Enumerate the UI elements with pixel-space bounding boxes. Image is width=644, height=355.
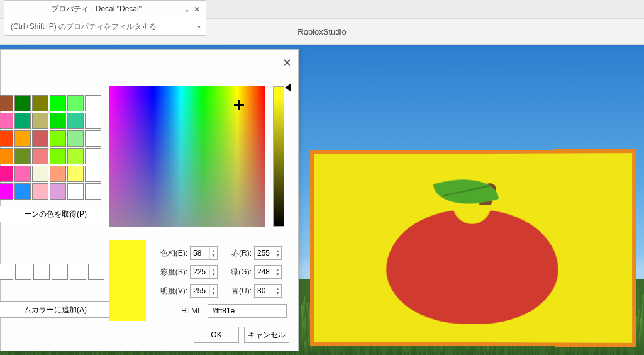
custom-swatch-slot[interactable]: [33, 264, 50, 280]
billboard-part[interactable]: [310, 149, 636, 347]
swatch[interactable]: [32, 166, 48, 182]
color-picker-dialog: ✕ ーンの色を取得(P) ムカラーに追加(A) 色相(E): ▲▼ 赤(R): …: [0, 49, 299, 351]
swatch[interactable]: [85, 113, 101, 129]
swatch[interactable]: [14, 113, 31, 129]
sv-cursor-icon: [234, 100, 244, 110]
swatch[interactable]: [50, 130, 66, 147]
custom-swatch-slot[interactable]: [52, 264, 68, 280]
custom-swatch-slot[interactable]: [70, 264, 86, 280]
hue-stepper[interactable]: ▲▼: [190, 246, 218, 260]
apple-decal: [386, 181, 558, 315]
swatch[interactable]: [32, 95, 48, 111]
swatch[interactable]: [32, 113, 48, 129]
swatch[interactable]: [50, 183, 66, 200]
swatch[interactable]: [14, 95, 31, 111]
close-icon[interactable]: ✕: [282, 56, 292, 70]
swatch[interactable]: [0, 130, 13, 147]
sat-stepper[interactable]: ▲▼: [190, 265, 218, 279]
blue-input[interactable]: [255, 286, 274, 295]
stepper-arrows-icon[interactable]: ▲▼: [274, 266, 281, 278]
app-title: RobloxStudio: [297, 27, 346, 37]
swatch[interactable]: [50, 166, 66, 182]
red-label: 赤(R):: [224, 248, 252, 259]
swatch[interactable]: [0, 113, 13, 129]
pick-screen-color-button[interactable]: ーンの色を取得(P): [0, 206, 114, 222]
blue-label: 青(U):: [224, 286, 252, 296]
swatch[interactable]: [14, 183, 31, 200]
hue-label: 色相(E):: [155, 248, 187, 259]
stepper-arrows-icon[interactable]: ▲▼: [274, 247, 281, 259]
swatch[interactable]: [14, 130, 31, 147]
swatch[interactable]: [50, 113, 66, 129]
swatch[interactable]: [67, 148, 84, 164]
dialog-button-row: OK キャンセル: [194, 327, 289, 343]
chevron-down-icon[interactable]: ▾: [197, 23, 201, 30]
html-label: HTML:: [155, 307, 204, 315]
swatch[interactable]: [67, 95, 84, 111]
ok-button[interactable]: OK: [194, 327, 239, 343]
stepper-arrows-icon[interactable]: ▲▼: [209, 285, 217, 297]
green-label: 緑(G):: [224, 267, 252, 278]
val-label: 明度(V):: [155, 286, 187, 296]
swatch[interactable]: [0, 183, 13, 200]
properties-filter-placeholder: (Ctrl+Shift+P) のプロパティをフィルタする: [11, 21, 157, 32]
green-stepper[interactable]: ▲▼: [254, 265, 282, 279]
add-custom-color-button[interactable]: ムカラーに追加(A): [0, 301, 114, 318]
swatch[interactable]: [85, 166, 101, 182]
chevron-down-icon[interactable]: ⌄: [182, 5, 192, 14]
swatch[interactable]: [67, 166, 84, 182]
swatch[interactable]: [14, 148, 31, 164]
swatch[interactable]: [67, 183, 84, 200]
apple-body: [386, 210, 558, 324]
color-preview-swatch: [109, 240, 146, 321]
properties-tab-title: プロパティ - Decal "Decal": [11, 4, 182, 14]
swatch[interactable]: [67, 113, 84, 129]
stepper-arrows-icon[interactable]: ▲▼: [209, 247, 217, 259]
swatch[interactable]: [14, 166, 31, 182]
hue-saturation-field[interactable]: [109, 86, 265, 227]
properties-tab[interactable]: プロパティ - Decal "Decal" ⌄ ✕: [4, 0, 206, 18]
val-input[interactable]: [191, 286, 209, 295]
custom-swatch-row: [0, 264, 104, 280]
sat-input[interactable]: [191, 268, 209, 276]
hue-input[interactable]: [191, 249, 209, 257]
swatch[interactable]: [67, 130, 84, 147]
green-input[interactable]: [255, 268, 274, 276]
swatch[interactable]: [50, 95, 66, 111]
swatch[interactable]: [85, 95, 101, 111]
red-stepper[interactable]: ▲▼: [254, 246, 282, 260]
value-strip-arrow-icon[interactable]: [285, 84, 291, 91]
stepper-arrows-icon[interactable]: ▲▼: [274, 285, 281, 297]
sat-label: 彩度(S):: [155, 267, 187, 278]
swatch[interactable]: [0, 95, 13, 111]
swatch[interactable]: [85, 183, 101, 200]
red-input[interactable]: [255, 249, 274, 257]
custom-swatch-slot[interactable]: [15, 264, 31, 280]
swatch[interactable]: [0, 148, 13, 164]
value-strip[interactable]: [273, 86, 284, 227]
swatch[interactable]: [32, 183, 48, 200]
swatch[interactable]: [85, 148, 101, 164]
close-icon[interactable]: ✕: [192, 5, 202, 14]
cancel-button[interactable]: キャンセル: [244, 327, 289, 343]
stepper-arrows-icon[interactable]: ▲▼: [209, 266, 217, 278]
swatch[interactable]: [50, 148, 66, 164]
swatch[interactable]: [85, 130, 101, 147]
swatch[interactable]: [0, 166, 13, 182]
blue-stepper[interactable]: ▲▼: [254, 284, 282, 298]
color-value-fields: 色相(E): ▲▼ 赤(R): ▲▼ 彩度(S): ▲▼ 緑(G): ▲▼: [155, 244, 293, 320]
properties-filter-input[interactable]: (Ctrl+Shift+P) のプロパティをフィルタする ▾: [4, 18, 206, 36]
properties-panel: プロパティ - Decal "Decal" ⌄ ✕ (Ctrl+Shift+P)…: [4, 0, 206, 36]
custom-swatch-slot[interactable]: [0, 264, 13, 280]
swatch[interactable]: [32, 148, 48, 164]
basic-swatch-grid: [0, 95, 101, 200]
html-input[interactable]: [208, 304, 287, 318]
val-stepper[interactable]: ▲▼: [190, 284, 218, 298]
swatch[interactable]: [32, 130, 48, 147]
custom-swatch-slot[interactable]: [88, 264, 104, 280]
